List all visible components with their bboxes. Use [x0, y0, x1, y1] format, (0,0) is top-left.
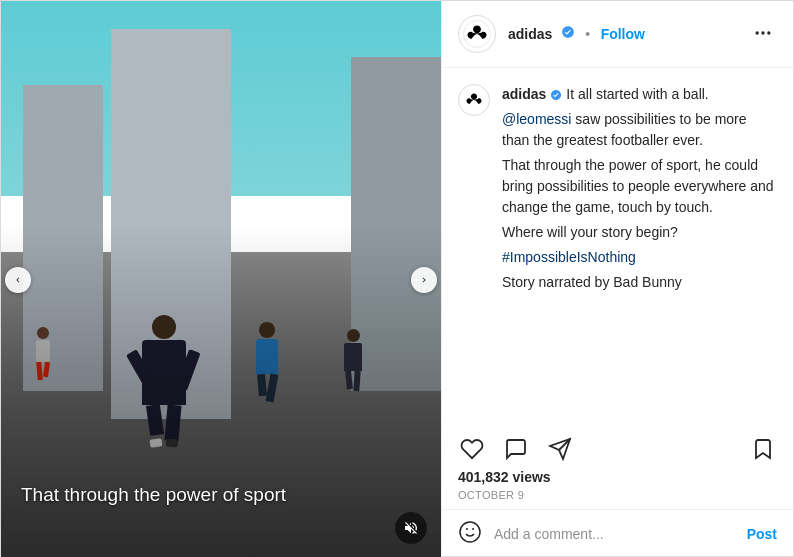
post-comment-button[interactable]: Post — [747, 526, 777, 542]
post-date: OCTOBER 9 — [442, 487, 793, 509]
bookmark-button[interactable] — [749, 435, 777, 463]
like-button[interactable] — [458, 435, 486, 463]
share-icon — [548, 437, 572, 461]
svg-point-3 — [767, 31, 770, 34]
chevron-left-icon — [13, 275, 23, 285]
caption-username: adidas — [502, 86, 546, 102]
verified-icon — [561, 25, 575, 39]
caption-avatar — [458, 84, 490, 116]
caption-adidas-icon — [463, 89, 485, 111]
caption-text-1: @leomessi saw possibilities to be more t… — [502, 109, 777, 151]
follow-button[interactable]: Follow — [601, 26, 645, 42]
hashtag-link[interactable]: #ImpossibleIsNothing — [502, 249, 636, 265]
nav-prev-button[interactable] — [5, 267, 31, 293]
header-verified — [561, 25, 575, 39]
caption-text-3: Where will your story begin? — [502, 222, 777, 243]
more-options-button[interactable] — [749, 23, 777, 46]
caption-content: adidasIt all started with a ball. @leome… — [502, 84, 777, 293]
comment-button[interactable] — [502, 435, 530, 463]
mention-leomessi[interactable]: @leomessi — [502, 111, 571, 127]
adidas-logo-icon — [463, 20, 491, 48]
post-header: adidas • Follow — [442, 1, 793, 68]
share-button[interactable] — [546, 435, 574, 463]
comment-icon — [504, 437, 528, 461]
info-panel: adidas • Follow — [441, 1, 793, 557]
mute-icon — [403, 520, 419, 536]
dot-separator: • — [585, 26, 590, 42]
caption-verified-badge — [550, 89, 562, 101]
video-scene — [1, 1, 441, 557]
nav-next-button[interactable] — [411, 267, 437, 293]
emoji-icon — [458, 520, 482, 544]
actions-bar — [442, 427, 793, 467]
svg-point-1 — [756, 31, 759, 34]
bookmark-icon — [751, 437, 775, 461]
views-count: 401,832 views — [442, 467, 793, 487]
caption-area: adidasIt all started with a ball. @leome… — [442, 68, 793, 427]
emoji-button[interactable] — [458, 520, 482, 548]
caption-hashtag: #ImpossibleIsNothing — [502, 247, 777, 268]
comment-input[interactable] — [494, 526, 735, 542]
mute-button[interactable] — [395, 512, 427, 544]
caption-text-2: That through the power of sport, he coul… — [502, 155, 777, 218]
gradient-overlay — [1, 1, 441, 557]
comment-bar: Post — [442, 509, 793, 557]
header-info: adidas • Follow — [508, 25, 645, 43]
header-username: adidas — [508, 26, 552, 42]
header-avatar — [458, 15, 496, 53]
chevron-right-icon — [419, 275, 429, 285]
media-panel: That through the power of sport — [1, 1, 441, 557]
more-options-icon — [753, 23, 773, 43]
svg-point-2 — [761, 31, 764, 34]
caption-opening: It all started with a ball. — [566, 86, 708, 102]
caption-row: adidasIt all started with a ball. @leome… — [458, 84, 777, 293]
post-container: That through the power of sport — [0, 0, 794, 557]
caption-text-4: Story narrated by Bad Bunny — [502, 272, 777, 293]
heart-icon — [460, 437, 484, 461]
video-subtitle: That through the power of sport — [21, 483, 421, 508]
svg-point-6 — [460, 522, 480, 542]
